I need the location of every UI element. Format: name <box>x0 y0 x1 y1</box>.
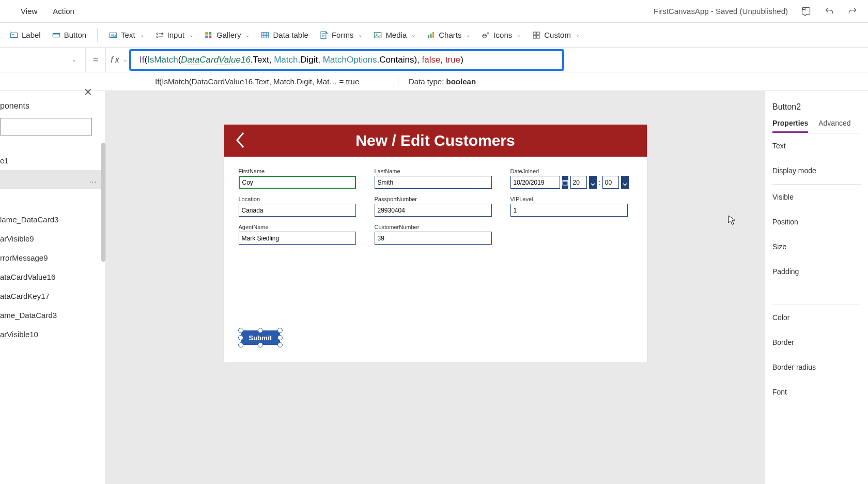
svg-rect-16 <box>428 35 429 38</box>
firstname-input[interactable] <box>239 176 356 189</box>
datejoined-input[interactable] <box>510 176 560 189</box>
tree-item-selected[interactable]: … <box>0 170 105 189</box>
app-preview: New / Edit Customers FirstName LastName … <box>224 125 647 362</box>
tree-view-pane: ✕ ponents e1 … lame_DataCard3 arVisible9… <box>0 91 106 484</box>
ribbon-text[interactable]: Abc Text⌄ <box>104 28 148 42</box>
menu-view[interactable]: View <box>21 7 37 16</box>
selected-control-name: Button2 <box>772 102 861 112</box>
passport-label: PassportNumber <box>375 196 492 202</box>
ribbon-custom[interactable]: Custom⌄ <box>528 28 584 42</box>
custnum-input[interactable] <box>375 232 492 245</box>
svg-point-21 <box>485 35 486 36</box>
ribbon-icons[interactable]: Icons⌄ <box>477 28 525 42</box>
tree-item[interactable]: lame_DataCard3 <box>0 210 105 229</box>
firstname-label: FirstName <box>239 168 356 174</box>
svg-rect-11 <box>209 35 211 38</box>
app-title: New / Edit Customers <box>355 132 515 149</box>
svg-rect-17 <box>430 34 432 38</box>
svg-point-20 <box>484 35 485 36</box>
tree-item[interactable]: e1 <box>0 151 105 170</box>
agent-input[interactable] <box>239 232 356 245</box>
formula-input[interactable]: If(IsMatch(DataCardValue16.Text, Match.D… <box>134 54 463 65</box>
prop-color[interactable]: Color <box>772 305 861 330</box>
cursor-icon <box>728 215 736 225</box>
submit-button-selected[interactable]: Submit <box>241 330 280 345</box>
redo-icon[interactable] <box>847 6 858 17</box>
svg-rect-18 <box>432 32 434 38</box>
location-input[interactable] <box>239 204 356 217</box>
svg-rect-25 <box>537 35 539 38</box>
agent-label: AgentName <box>239 224 356 230</box>
formula-bar: ⌄ = fx ⌄ If(IsMatch(DataCardValue16.Text… <box>0 48 868 72</box>
ribbon-charts[interactable]: Charts⌄ <box>422 28 474 42</box>
svg-rect-24 <box>533 35 536 38</box>
prop-size[interactable]: Size <box>772 234 861 259</box>
prop-border-radius[interactable]: Border radius <box>772 355 861 380</box>
formula-result-expr: If(IsMatch(DataCardValue16.Text, Match.D… <box>155 77 398 86</box>
formula-result-bar: If(IsMatch(DataCardValue16.Text, Match.D… <box>0 72 868 91</box>
lastname-label: LastName <box>375 168 492 174</box>
tree-item[interactable]: ataCardKey17 <box>0 286 105 306</box>
svg-rect-12 <box>262 32 269 38</box>
tree-item[interactable]: ataCardValue16 <box>0 267 105 286</box>
fx-icon[interactable]: fx ⌄ <box>106 55 132 65</box>
back-icon[interactable] <box>234 131 247 153</box>
tree-item[interactable]: ame_DataCard3 <box>0 306 105 325</box>
ribbon-media[interactable]: Media⌄ <box>369 28 420 42</box>
svg-point-7 <box>161 33 163 34</box>
ribbon-label[interactable]: Label <box>5 28 45 42</box>
prop-position[interactable]: Position <box>772 209 861 234</box>
more-icon: … <box>89 175 98 184</box>
equals-sign: = <box>85 48 106 72</box>
prop-visible[interactable]: Visible <box>772 184 861 209</box>
properties-pane: Button2 Properties Advanced Text Display… <box>765 91 868 484</box>
prop-border[interactable]: Border <box>772 330 861 355</box>
prop-text[interactable]: Text <box>772 133 861 158</box>
tree-item[interactable]: rrorMessage9 <box>0 248 105 267</box>
datejoined-label: DateJoined <box>510 168 628 174</box>
tree-item[interactable]: arVisible10 <box>0 325 105 344</box>
app-status: FirstCanvasApp - Saved (Unpublished) <box>654 7 788 16</box>
svg-rect-8 <box>205 32 208 35</box>
undo-icon[interactable] <box>824 6 834 17</box>
menu-action[interactable]: Action <box>53 7 74 16</box>
ribbon-datatable[interactable]: Data table <box>256 28 312 42</box>
minute-dropdown-icon[interactable]: ⌄ <box>621 176 629 189</box>
prop-display-mode[interactable]: Display mode <box>772 158 861 183</box>
svg-rect-0 <box>10 33 18 37</box>
svg-point-5 <box>157 33 158 34</box>
minute-input[interactable] <box>602 176 619 189</box>
property-selector[interactable]: ⌄ <box>0 48 85 72</box>
hour-dropdown-icon[interactable]: ⌄ <box>589 176 597 189</box>
ribbon-forms[interactable]: Forms⌄ <box>315 28 367 42</box>
svg-rect-2 <box>53 33 60 34</box>
tab-properties[interactable]: Properties <box>772 119 808 133</box>
svg-rect-10 <box>205 35 208 38</box>
location-label: Location <box>239 196 356 202</box>
svg-rect-9 <box>209 32 211 35</box>
vip-label: VIPLevel <box>510 196 628 202</box>
vip-input[interactable] <box>510 204 628 217</box>
svg-rect-23 <box>537 32 539 35</box>
ribbon-gallery[interactable]: Gallery⌄ <box>200 28 254 42</box>
svg-rect-27 <box>563 180 568 182</box>
custnum-label: CustomerNumber <box>375 224 492 230</box>
canvas-area: New / Edit Customers FirstName LastName … <box>106 91 765 484</box>
health-icon[interactable] <box>801 6 811 17</box>
ribbon-input[interactable]: Input⌄ <box>151 28 197 42</box>
tree-item[interactable]: arVisible9 <box>0 229 105 248</box>
svg-text:Abc: Abc <box>111 34 117 37</box>
hour-input[interactable] <box>570 176 587 189</box>
passport-input[interactable] <box>375 204 492 217</box>
prop-font[interactable]: Font <box>772 380 861 404</box>
prop-padding[interactable]: Padding <box>772 259 861 284</box>
scrollbar[interactable] <box>101 143 105 262</box>
tab-advanced[interactable]: Advanced <box>818 119 850 133</box>
tree-search-input[interactable] <box>0 118 92 135</box>
time-colon: : <box>599 179 600 186</box>
top-menu-bar: View Action FirstCanvasApp - Saved (Unpu… <box>0 0 868 23</box>
close-icon[interactable]: ✕ <box>84 86 92 98</box>
ribbon-button[interactable]: Button <box>48 28 90 42</box>
lastname-input[interactable] <box>375 176 492 189</box>
calendar-icon[interactable] <box>562 176 568 189</box>
